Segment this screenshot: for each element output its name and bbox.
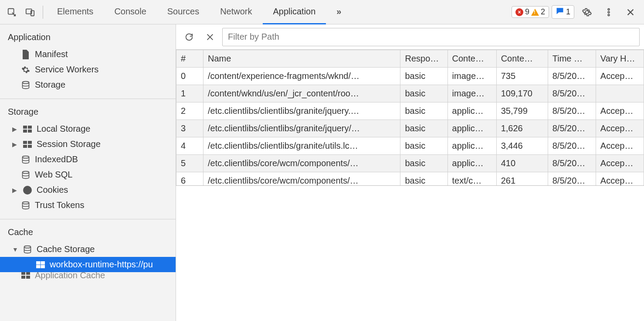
tab-elements[interactable]: Elements (47, 0, 104, 24)
message-icon (556, 7, 564, 17)
svg-rect-23 (36, 261, 40, 264)
table-row[interactable]: 4/etc.clientlibs/clientlibs/granite/util… (176, 137, 644, 155)
svg-point-20 (27, 191, 28, 192)
filter-input[interactable] (222, 28, 640, 46)
sidebar-item-label: Application Cache (35, 272, 105, 280)
cell-vary: Accep… (596, 68, 644, 85)
cell-time: 8/5/20… (548, 85, 596, 102)
expand-icon[interactable]: ▶ (12, 126, 18, 133)
warning-icon (531, 9, 539, 16)
devtools-topbar: Elements Console Sources Network Applica… (0, 0, 644, 24)
settings-icon[interactable] (576, 0, 598, 24)
svg-rect-9 (23, 130, 27, 133)
sidebar-item-label: Manifest (35, 49, 68, 59)
table-row[interactable]: 1/content/wknd/us/en/_jcr_content/roo…ba… (176, 85, 644, 102)
sidebar-section-cache: Cache (0, 225, 176, 242)
expand-icon[interactable]: ▶ (12, 187, 18, 194)
cache-content-pane: # Name Respo… Conte… Conte… Time … Vary … (176, 24, 644, 321)
cell-index: 5 (176, 155, 203, 172)
sidebar-item-workbox-cache[interactable]: workbox-runtime-https://pu (0, 257, 176, 272)
table-row[interactable]: 0/content/experience-fragments/wknd/…bas… (176, 68, 644, 85)
tab-application[interactable]: Application (263, 0, 326, 24)
svg-point-15 (23, 156, 29, 158)
sidebar-item-manifest[interactable]: Manifest (0, 47, 176, 62)
more-tabs-icon[interactable]: » (326, 0, 352, 24)
sidebar-item-label: Session Storage (37, 139, 101, 149)
col-response[interactable]: Respo… (400, 50, 447, 68)
cell-name: /etc.clientlibs/clientlibs/granite/utils… (203, 137, 400, 155)
table-icon (23, 126, 32, 133)
cell-name: /etc.clientlibs/core/wcm/components/… (203, 172, 400, 185)
cookie-icon (23, 186, 32, 195)
table-row[interactable]: 6/etc.clientlibs/core/wcm/components/…ba… (176, 172, 644, 185)
cell-index: 3 (176, 120, 203, 137)
sidebar-item-service-workers[interactable]: Service Workers (0, 62, 176, 77)
cell-response: basic (400, 172, 447, 185)
device-toolbar-icon[interactable] (21, 0, 39, 24)
cell-time: 8/5/20… (548, 137, 596, 155)
col-content-length[interactable]: Conte… (496, 50, 548, 68)
database-icon (21, 201, 31, 210)
table-row[interactable]: 3/etc.clientlibs/clientlibs/granite/jque… (176, 120, 644, 137)
sidebar-item-indexeddb[interactable]: IndexedDB (0, 152, 176, 167)
svg-rect-7 (23, 126, 27, 129)
col-time[interactable]: Time … (548, 50, 596, 68)
cell-name: /content/wknd/us/en/_jcr_content/roo… (203, 85, 400, 102)
svg-rect-13 (23, 145, 27, 148)
collapse-icon[interactable]: ▼ (12, 246, 18, 253)
svg-point-16 (23, 171, 29, 173)
cache-entries-table: # Name Respo… Conte… Conte… Time … Vary … (176, 50, 644, 185)
svg-point-3 (608, 8, 610, 10)
issues-badge[interactable]: 1 (552, 5, 574, 19)
table-icon (21, 272, 31, 279)
sidebar-section-storage: Storage (0, 105, 176, 121)
tab-network[interactable]: Network (210, 0, 262, 24)
table-icon (36, 261, 45, 268)
application-sidebar: Application Manifest Service Workers Sto… (0, 24, 176, 321)
svg-rect-10 (28, 130, 32, 133)
sidebar-item-cookies[interactable]: ▶ Cookies (0, 182, 176, 198)
svg-rect-28 (26, 272, 30, 275)
sidebar-item-storage[interactable]: Storage (0, 77, 176, 92)
refresh-icon[interactable] (180, 28, 198, 46)
close-devtools-icon[interactable] (620, 0, 641, 24)
inspect-element-icon[interactable] (3, 0, 21, 24)
svg-rect-25 (36, 265, 40, 268)
cell-vary (596, 85, 644, 102)
cell-content-type: applic… (447, 120, 496, 137)
sidebar-item-session-storage[interactable]: ▶ Session Storage (0, 137, 176, 152)
tab-console[interactable]: Console (104, 0, 156, 24)
col-name[interactable]: Name (203, 50, 400, 68)
table-row[interactable]: 2/etc.clientlibs/clientlibs/granite/jque… (176, 102, 644, 120)
divider (43, 6, 43, 19)
clear-icon[interactable] (201, 28, 219, 46)
col-content-type[interactable]: Conte… (447, 50, 496, 68)
kebab-menu-icon[interactable] (598, 0, 620, 24)
svg-point-5 (608, 14, 610, 16)
cell-content-type: applic… (447, 102, 496, 120)
cache-toolbar (176, 24, 644, 50)
sidebar-item-cache-storage[interactable]: ▼ Cache Storage (0, 242, 176, 257)
sidebar-item-trust-tokens[interactable]: Trust Tokens (0, 198, 176, 213)
expand-icon[interactable]: ▶ (12, 141, 18, 148)
col-vary[interactable]: Vary H… (596, 50, 644, 68)
sidebar-item-label: Cache Storage (37, 244, 95, 254)
sidebar-item-label: Cookies (37, 185, 68, 195)
cell-vary: Accep… (596, 120, 644, 137)
cell-content-length: 735 (496, 68, 548, 85)
sidebar-item-websql[interactable]: Web SQL (0, 167, 176, 182)
col-index[interactable]: # (176, 50, 203, 68)
table-header-row: # Name Respo… Conte… Conte… Time … Vary … (176, 50, 644, 68)
table-row[interactable]: 5/etc.clientlibs/core/wcm/components/…ba… (176, 155, 644, 172)
sidebar-item-application-cache[interactable]: Application Cache (0, 272, 176, 280)
sidebar-item-label: workbox-runtime-https://pu (50, 260, 153, 270)
tab-sources[interactable]: Sources (157, 0, 210, 24)
errors-warnings-badge[interactable]: × 9 2 (512, 6, 549, 18)
cell-content-length: 1,626 (496, 120, 548, 137)
sidebar-item-local-storage[interactable]: ▶ Local Storage (0, 121, 176, 137)
cell-content-length: 410 (496, 155, 548, 172)
cell-response: basic (400, 85, 447, 102)
svg-point-17 (24, 186, 31, 194)
svg-rect-11 (23, 141, 27, 144)
cell-vary: Accep… (596, 137, 644, 155)
